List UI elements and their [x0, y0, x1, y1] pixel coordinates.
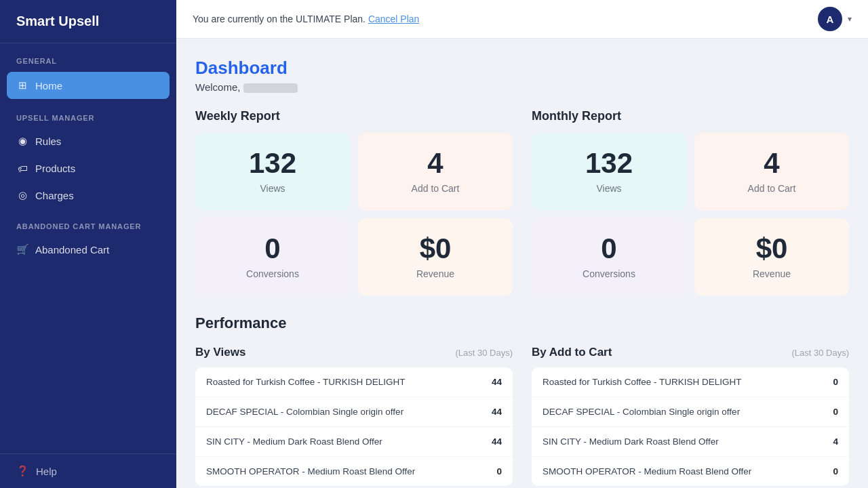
by-views-subtitle: (Last 30 Days) — [455, 348, 513, 358]
avatar-chevron-icon[interactable]: ▾ — [848, 14, 852, 24]
user-avatar[interactable]: A — [818, 7, 842, 31]
monthly-views-value: 132 — [585, 149, 633, 178]
monthly-add-to-cart-card: 4 Add to Cart — [694, 133, 849, 210]
sidebar-item-rules[interactable]: ◉ Rules — [0, 127, 176, 155]
sidebar-section-abandoned-cart: ABANDONED CART MANAGER 🛒 Abandoned Cart — [0, 209, 176, 263]
table-row: SIN CITY - Medium Dark Roast Blend Offer… — [195, 427, 513, 457]
by-views-header: By Views (Last 30 Days) — [195, 346, 513, 359]
performance-section: Performance By Views (Last 30 Days) Roas… — [195, 314, 849, 486]
sidebar-item-charges[interactable]: ◎ Charges — [0, 182, 176, 209]
row-name: DECAF SPECIAL - Colombian Single origin … — [206, 407, 486, 417]
home-icon: ⊞ — [16, 79, 28, 92]
topbar: You are currently on the ULTIMATE Plan. … — [176, 0, 868, 39]
sidebar-section-label-abandoned: ABANDONED CART MANAGER — [0, 209, 176, 236]
row-value: 0 — [822, 377, 838, 387]
main-content: You are currently on the ULTIMATE Plan. … — [176, 0, 868, 488]
weekly-conversions-label: Conversions — [246, 268, 299, 279]
sidebar-item-products[interactable]: 🏷 Products — [0, 155, 176, 182]
sidebar-bottom: ❓ Help — [0, 453, 176, 488]
weekly-revenue-value: $0 — [420, 235, 452, 263]
sidebar-section-general: GENERAL ⊞ Home — [0, 43, 176, 100]
row-name: Roasted for Turkish Coffee - TURKISH DEL… — [206, 377, 486, 387]
sidebar-item-label-charges: Charges — [35, 190, 74, 201]
by-add-to-cart-section: By Add to Cart (Last 30 Days) Roasted fo… — [532, 346, 849, 486]
by-atc-title: By Add to Cart — [532, 346, 612, 359]
weekly-views-value: 132 — [249, 149, 296, 178]
help-icon: ❓ — [16, 465, 29, 477]
monthly-conversions-card: 0 Conversions — [532, 218, 686, 296]
sidebar-item-abandoned-cart[interactable]: 🛒 Abandoned Cart — [0, 236, 176, 263]
help-button[interactable]: ❓ Help — [16, 465, 160, 477]
monthly-views-card: 132 Views — [532, 133, 686, 210]
monthly-revenue-card: $0 Revenue — [694, 218, 849, 296]
welcome-username-blur — [243, 83, 298, 93]
row-value: 0 — [822, 407, 838, 417]
row-value: 0 — [486, 466, 502, 476]
weekly-add-to-cart-card: 4 Add to Cart — [358, 133, 513, 210]
row-value: 44 — [486, 407, 502, 417]
table-row: SIN CITY - Medium Dark Roast Blend Offer… — [532, 427, 849, 457]
row-name: SMOOTH OPERATOR - Medium Roast Blend Off… — [542, 466, 822, 476]
by-atc-subtitle: (Last 30 Days) — [791, 348, 849, 358]
sidebar-item-label-home: Home — [35, 80, 62, 92]
monthly-revenue-value: $0 — [756, 235, 788, 263]
plan-text: You are currently on the ULTIMATE Plan. — [193, 14, 366, 24]
performance-title: Performance — [195, 314, 849, 332]
weekly-add-to-cart-value: 4 — [427, 149, 443, 178]
monthly-report-title: Monthly Report — [532, 109, 849, 123]
plan-notice: You are currently on the ULTIMATE Plan. … — [193, 14, 419, 24]
sidebar-section-label-upsell: UPSELL MANAGER — [0, 100, 176, 127]
weekly-report-cards: 132 Views 4 Add to Cart 0 Conversions $0… — [195, 133, 513, 296]
performance-grid: By Views (Last 30 Days) Roasted for Turk… — [195, 346, 849, 486]
table-row: SMOOTH OPERATOR - Medium Roast Blend Off… — [532, 457, 849, 486]
monthly-conversions-label: Conversions — [583, 268, 635, 279]
row-name: Roasted for Turkish Coffee - TURKISH DEL… — [542, 377, 822, 387]
monthly-report-cards: 132 Views 4 Add to Cart 0 Conversions $0… — [532, 133, 849, 296]
products-icon: 🏷 — [16, 162, 28, 174]
charges-icon: ◎ — [16, 189, 28, 201]
by-views-section: By Views (Last 30 Days) Roasted for Turk… — [195, 346, 513, 486]
row-value: 44 — [486, 436, 502, 447]
weekly-views-label: Views — [260, 183, 285, 194]
monthly-report: Monthly Report 132 Views 4 Add to Cart 0… — [532, 109, 849, 296]
by-views-title: By Views — [195, 346, 245, 359]
row-name: SMOOTH OPERATOR - Medium Roast Blend Off… — [206, 466, 486, 476]
table-row: DECAF SPECIAL - Colombian Single origin … — [195, 397, 513, 427]
help-label: Help — [36, 466, 57, 477]
monthly-revenue-label: Revenue — [753, 268, 791, 279]
monthly-add-to-cart-label: Add to Cart — [748, 183, 796, 194]
row-value: 4 — [822, 436, 838, 447]
by-atc-table: Roasted for Turkish Coffee - TURKISH DEL… — [532, 367, 849, 486]
sidebar-section-upsell: UPSELL MANAGER ◉ Rules 🏷 Products ◎ Char… — [0, 100, 176, 209]
sidebar-item-home[interactable]: ⊞ Home — [7, 72, 170, 99]
monthly-views-label: Views — [596, 183, 621, 194]
by-views-table: Roasted for Turkish Coffee - TURKISH DEL… — [195, 367, 513, 486]
weekly-conversions-card: 0 Conversions — [195, 218, 350, 296]
weekly-views-card: 132 Views — [195, 133, 350, 210]
row-value: 0 — [822, 466, 838, 476]
table-row: Roasted for Turkish Coffee - TURKISH DEL… — [195, 367, 513, 397]
cancel-plan-link[interactable]: Cancel Plan — [368, 14, 420, 24]
by-atc-header: By Add to Cart (Last 30 Days) — [532, 346, 849, 359]
monthly-conversions-value: 0 — [601, 235, 616, 263]
topbar-right: A ▾ — [818, 7, 852, 31]
abandoned-cart-icon: 🛒 — [16, 243, 28, 256]
weekly-report-title: Weekly Report — [195, 109, 513, 123]
sidebar-item-label-rules: Rules — [35, 136, 61, 147]
rules-icon: ◉ — [16, 135, 28, 147]
sidebar: Smart Upsell GENERAL ⊞ Home UPSELL MANAG… — [0, 0, 176, 488]
reports-row: Weekly Report 132 Views 4 Add to Cart 0 … — [195, 109, 849, 296]
weekly-conversions-value: 0 — [264, 235, 280, 263]
dashboard: Dashboard Welcome, Weekly Report 132 Vie… — [176, 39, 868, 488]
row-name: DECAF SPECIAL - Colombian Single origin … — [542, 407, 822, 417]
row-name: SIN CITY - Medium Dark Roast Blend Offer — [206, 436, 486, 447]
monthly-add-to-cart-value: 4 — [764, 149, 779, 178]
sidebar-item-label-abandoned-cart: Abandoned Cart — [35, 244, 109, 256]
weekly-add-to-cart-label: Add to Cart — [412, 183, 460, 194]
weekly-report: Weekly Report 132 Views 4 Add to Cart 0 … — [195, 109, 513, 296]
row-name: SIN CITY - Medium Dark Roast Blend Offer — [542, 436, 822, 447]
row-value: 44 — [486, 377, 502, 387]
app-logo: Smart Upsell — [0, 0, 176, 43]
weekly-revenue-label: Revenue — [416, 268, 454, 279]
sidebar-section-label-general: GENERAL — [0, 43, 176, 70]
